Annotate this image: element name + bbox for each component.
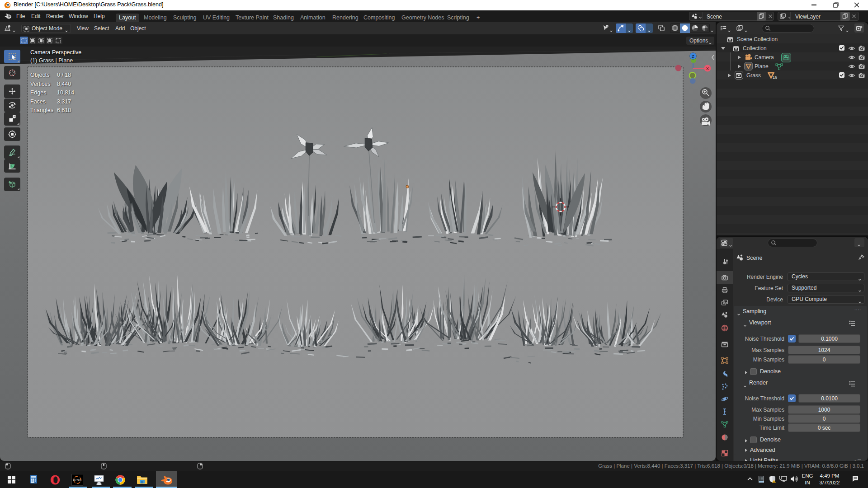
svg-text:RYZEN: RYZEN bbox=[73, 479, 82, 482]
svg-text:Z: Z bbox=[692, 54, 694, 59]
svg-text:X: X bbox=[706, 66, 709, 71]
